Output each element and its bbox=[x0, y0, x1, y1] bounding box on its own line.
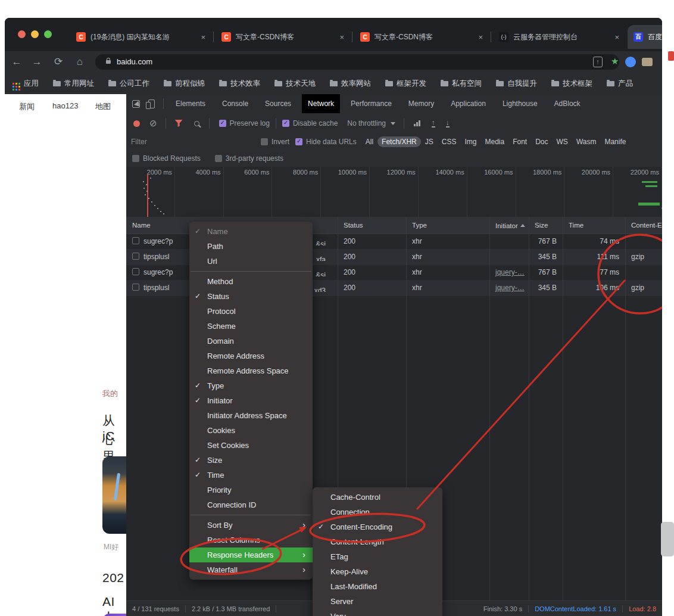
bookmark-folder[interactable]: 私有空间 bbox=[441, 79, 482, 89]
bookmark-folder[interactable]: 技术框架 bbox=[551, 79, 592, 89]
filter-chip-doc[interactable]: Doc bbox=[531, 136, 552, 147]
url-text[interactable]: baidu.com bbox=[117, 57, 152, 66]
devtools-tab-elements[interactable]: Elements bbox=[174, 94, 207, 113]
extension-folder-icon[interactable] bbox=[642, 58, 653, 66]
device-toolbar-icon[interactable] bbox=[148, 99, 155, 108]
back-icon[interactable]: ← bbox=[10, 55, 24, 69]
menu-item-priority[interactable]: Priority bbox=[189, 483, 313, 497]
submenu-item-etag[interactable]: ETag bbox=[313, 549, 442, 564]
bookmark-folder[interactable]: 框架开发 bbox=[385, 79, 426, 89]
row-checkbox[interactable] bbox=[132, 253, 139, 260]
initiator-link[interactable]: jquery-… bbox=[495, 268, 525, 276]
menu-item-cookies[interactable]: Cookies bbox=[189, 423, 313, 438]
column-header-status[interactable]: Status bbox=[338, 222, 406, 229]
filter-chip-manifest[interactable]: Manife bbox=[600, 136, 630, 147]
invert-checkbox[interactable] bbox=[261, 138, 268, 145]
bookmark-folder[interactable]: 公司工作 bbox=[108, 79, 149, 89]
home-icon[interactable]: ⌂ bbox=[73, 55, 87, 69]
menu-item-scheme[interactable]: Scheme bbox=[189, 319, 313, 334]
feed-thumbnail-image[interactable] bbox=[102, 456, 126, 534]
devtools-tab-memory[interactable]: Memory bbox=[407, 94, 435, 113]
menu-item-name[interactable]: Name bbox=[189, 224, 313, 239]
tab-close-icon[interactable]: × bbox=[478, 33, 483, 42]
devtools-tab-application[interactable]: Application bbox=[450, 94, 487, 113]
filter-input[interactable]: Filter bbox=[126, 138, 250, 146]
bookmark-folder[interactable]: 自我提升 bbox=[496, 79, 537, 89]
blocked-requests-checkbox[interactable] bbox=[132, 155, 139, 162]
menu-item-remote-address-space[interactable]: Remote Address Space bbox=[189, 363, 313, 378]
disable-cache-checkbox[interactable] bbox=[282, 120, 289, 127]
devtools-tab-adblock[interactable]: AdBlock bbox=[553, 94, 582, 113]
submenu-item-vary[interactable]: Vary bbox=[313, 609, 442, 616]
row-checkbox[interactable] bbox=[132, 284, 139, 291]
submenu-item-content-length[interactable]: Content-Length bbox=[313, 534, 442, 549]
row-checkbox[interactable] bbox=[132, 237, 139, 244]
baidu-nav-hao123-link[interactable]: hao123 bbox=[52, 101, 78, 110]
menu-item-initiator[interactable]: Initiator bbox=[189, 393, 313, 408]
address-bar[interactable]: baidu.com ↑ ★ bbox=[95, 54, 619, 70]
search-icon[interactable] bbox=[194, 121, 199, 126]
menu-item-set-cookies[interactable]: Set Cookies bbox=[189, 438, 313, 453]
network-overview-timeline[interactable]: 2000 ms 4000 ms 6000 ms 8000 ms 10000 ms… bbox=[126, 167, 662, 217]
filter-chip-img[interactable]: Img bbox=[460, 136, 480, 147]
menu-item-protocol[interactable]: Protocol bbox=[189, 304, 313, 319]
submenu-item-connection[interactable]: Connection bbox=[313, 505, 442, 519]
filter-chip-fetch-xhr[interactable]: Fetch/XHR bbox=[377, 136, 421, 147]
browser-tab[interactable]: C 写文章-CSDN博客 × bbox=[354, 25, 489, 49]
column-divider[interactable] bbox=[625, 217, 626, 601]
column-divider[interactable] bbox=[529, 217, 529, 601]
devtools-tab-performance[interactable]: Performance bbox=[350, 94, 393, 113]
filter-chip-js[interactable]: JS bbox=[421, 136, 438, 147]
feed-thumbnail-image[interactable] bbox=[103, 614, 126, 616]
inspect-element-icon[interactable] bbox=[132, 100, 140, 108]
record-icon[interactable] bbox=[133, 120, 140, 127]
throttling-select[interactable]: No throttling bbox=[347, 119, 386, 127]
devtools-tab-lighthouse[interactable]: Lighthouse bbox=[501, 94, 539, 113]
bookmark-folder[interactable]: 技术天地 bbox=[274, 79, 316, 89]
browser-tab[interactable]: C 写文章-CSDN博客 × bbox=[216, 25, 350, 49]
minimize-window-button[interactable] bbox=[31, 30, 39, 38]
column-header-size[interactable]: Size bbox=[529, 222, 563, 229]
submenu-item-content-encoding[interactable]: Content-Encoding bbox=[313, 519, 442, 534]
column-header-time[interactable]: Time bbox=[563, 222, 625, 229]
menu-item-remote-address[interactable]: Remote Address bbox=[189, 349, 313, 363]
extension-icon[interactable] bbox=[625, 57, 636, 67]
filter-chip-media[interactable]: Media bbox=[480, 136, 508, 147]
forward-icon[interactable]: → bbox=[30, 55, 44, 69]
baidu-nav-map-link[interactable]: 地图 bbox=[95, 101, 111, 112]
menu-item-method[interactable]: Method bbox=[189, 274, 313, 289]
menu-item-sort-by[interactable]: Sort By bbox=[189, 518, 313, 533]
bookmark-star-icon[interactable]: ★ bbox=[611, 56, 619, 67]
menu-item-connection-id[interactable]: Connection ID bbox=[189, 497, 313, 512]
menu-item-size[interactable]: Size bbox=[189, 453, 313, 468]
feed-headline[interactable]: 202 bbox=[102, 571, 124, 585]
filter-chip-css[interactable]: CSS bbox=[438, 136, 461, 147]
tab-close-icon[interactable]: × bbox=[201, 33, 205, 42]
submenu-item-last-modified[interactable]: Last-Modified bbox=[313, 579, 442, 594]
menu-item-reset-columns[interactable]: Reset Columns bbox=[189, 533, 313, 547]
column-header-type[interactable]: Type bbox=[406, 222, 489, 229]
menu-item-type[interactable]: Type bbox=[189, 378, 313, 393]
hide-data-urls-checkbox[interactable] bbox=[295, 138, 302, 145]
menu-item-time[interactable]: Time bbox=[189, 468, 313, 483]
column-divider[interactable] bbox=[489, 217, 490, 601]
filter-chip-wasm[interactable]: Wasm bbox=[572, 136, 601, 147]
tab-close-icon[interactable]: × bbox=[614, 33, 619, 42]
filter-chip-ws[interactable]: WS bbox=[553, 136, 572, 147]
browser-tab-active[interactable]: 百 百度一下 bbox=[628, 25, 662, 49]
partial-link[interactable]: 我的 bbox=[102, 388, 118, 399]
filter-chip-font[interactable]: Font bbox=[508, 136, 531, 147]
reload-icon[interactable]: ⟳ bbox=[51, 55, 65, 69]
bookmark-folder[interactable]: 产品 bbox=[607, 79, 633, 89]
tab-close-icon[interactable]: × bbox=[339, 33, 344, 42]
clear-icon[interactable]: ⊘ bbox=[149, 118, 157, 129]
menu-item-waterfall[interactable]: Waterfall bbox=[189, 562, 313, 577]
menu-item-status[interactable]: Status bbox=[189, 289, 313, 304]
baidu-nav-news-link[interactable]: 新闻 bbox=[19, 101, 35, 112]
share-icon[interactable]: ↑ bbox=[593, 57, 603, 67]
close-window-button[interactable] bbox=[18, 30, 26, 38]
feed-headline[interactable]: AI 人 bbox=[102, 595, 126, 616]
menu-item-domain[interactable]: Domain bbox=[189, 334, 313, 349]
export-har-icon[interactable]: ↓ bbox=[446, 120, 450, 127]
bookmark-folder[interactable]: 常用网址 bbox=[53, 79, 94, 89]
